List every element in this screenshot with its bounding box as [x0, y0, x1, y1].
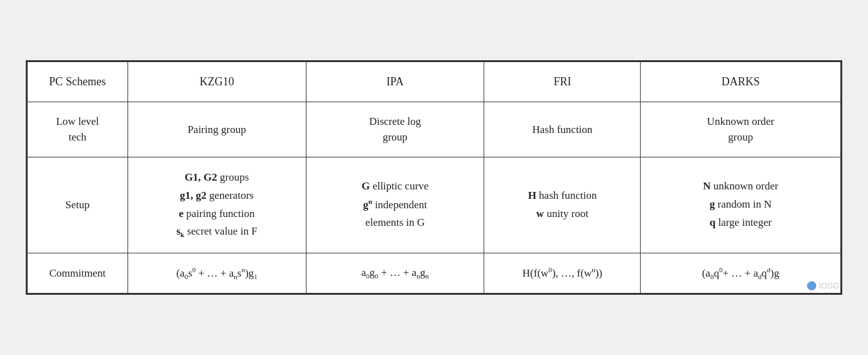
- setup-kzg-g1g2: G1, G2: [185, 171, 217, 183]
- low-level-tech-kzg: Pairing group: [127, 102, 306, 157]
- setup-fri: H hash function w unity root: [484, 157, 641, 253]
- setup-kzg-sk: sk: [176, 225, 185, 237]
- low-level-tech-ipa: Discrete loggroup: [306, 102, 484, 157]
- setup-fri-w: w: [536, 208, 544, 220]
- setup-darks-g: g: [710, 198, 715, 210]
- header-ipa: IPA: [306, 61, 484, 102]
- commitment-kzg: (a0s0 + … + ansn)g1: [127, 253, 306, 294]
- header-pc-schemes: PC Schemes: [28, 61, 128, 102]
- low-level-tech-label: Low leveltech: [28, 102, 128, 157]
- header-kzg: KZG10: [127, 61, 306, 102]
- setup-kzg-gens: g1, g2: [180, 189, 207, 201]
- setup-darks: N unknown order g random in N q large in…: [641, 157, 841, 253]
- setup-fri-h: H: [528, 189, 536, 201]
- setup-row: Setup G1, G2 groups g1, g2 generators e …: [28, 157, 841, 253]
- header-darks: DARKS: [641, 61, 841, 102]
- watermark: 🔵 IOSG: [806, 280, 839, 292]
- setup-ipa: G elliptic curve gn independentelements …: [306, 157, 484, 253]
- comparison-table: PC Schemes KZG10 IPA FRI DARKS Low level…: [26, 60, 842, 295]
- setup-kzg-e: e: [179, 208, 184, 220]
- commitment-darks: (a0q0+ … + adqd)g 🔵 IOSG: [641, 253, 841, 294]
- setup-ipa-g: G: [362, 180, 370, 192]
- setup-label: Setup: [28, 157, 128, 253]
- low-level-tech-darks: Unknown ordergroup: [641, 102, 841, 157]
- table-header-row: PC Schemes KZG10 IPA FRI DARKS: [28, 61, 841, 102]
- commitment-fri: H(f(w0), …, f(wn)): [484, 253, 641, 294]
- commitment-row: Commitment (a0s0 + … + ansn)g1 a0g0 + … …: [28, 253, 841, 294]
- setup-kzg: G1, G2 groups g1, g2 generators e pairin…: [127, 157, 306, 253]
- header-fri: FRI: [484, 61, 641, 102]
- commitment-ipa: a0g0 + … + angn: [306, 253, 484, 294]
- setup-darks-n: N: [703, 180, 710, 192]
- low-level-tech-fri: Hash function: [484, 102, 641, 157]
- low-level-tech-row: Low leveltech Pairing group Discrete log…: [28, 102, 841, 157]
- setup-ipa-gn: gn: [363, 199, 372, 211]
- commitment-label: Commitment: [28, 253, 128, 294]
- setup-darks-q: q: [710, 216, 715, 228]
